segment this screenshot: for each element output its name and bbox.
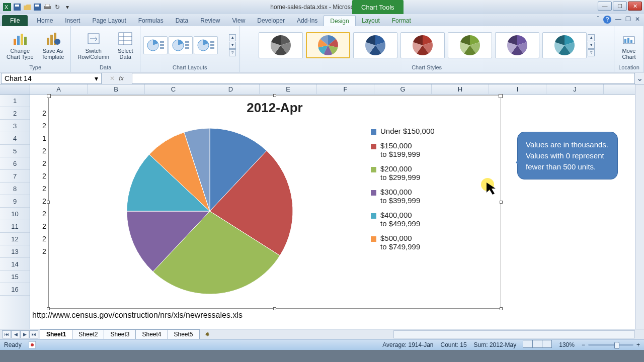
formula-expand-icon[interactable]: ⌄ xyxy=(635,73,644,83)
sheet-tab[interactable]: Sheet2 xyxy=(72,329,104,339)
col-header[interactable]: J xyxy=(546,84,604,94)
select-data-button[interactable]: Select Data xyxy=(114,29,137,61)
row-header[interactable]: 11 xyxy=(0,220,30,233)
refresh-icon[interactable]: ↻ xyxy=(53,3,61,11)
sheet-tab[interactable]: Sheet1 xyxy=(40,329,72,339)
legend-item[interactable]: $500,000to $749,999 xyxy=(371,234,496,251)
tab-developer[interactable]: Developer xyxy=(251,15,291,26)
chevron-down-icon[interactable]: ▾ xyxy=(95,74,98,82)
legend-item[interactable]: $200,000to $299,999 xyxy=(371,164,496,182)
workbook-minimize-icon[interactable]: — xyxy=(615,16,621,24)
chart-style-option[interactable] xyxy=(400,32,445,58)
row-header[interactable]: 15 xyxy=(0,270,30,283)
cell-fragment[interactable]: 2 xyxy=(42,159,46,167)
macro-record-icon[interactable] xyxy=(29,341,36,348)
save-icon-2[interactable] xyxy=(33,3,41,11)
row-header[interactable]: 1 xyxy=(0,95,30,107)
chart-style-option[interactable] xyxy=(306,32,350,58)
legend-item[interactable]: $300,000to $399,999 xyxy=(371,188,496,205)
zoom-in-icon[interactable]: + xyxy=(636,341,640,348)
pie-plot-area[interactable] xyxy=(49,118,371,305)
chart-style-option[interactable] xyxy=(259,32,303,58)
sheet-nav[interactable]: ⏮◀▶⏭ xyxy=(0,330,40,338)
save-icon[interactable] xyxy=(13,3,21,11)
move-chart-button[interactable]: Move Chart xyxy=(617,29,640,61)
legend-item[interactable]: $400,000to $499,999 xyxy=(371,211,496,228)
row-header[interactable]: 8 xyxy=(0,183,30,195)
col-header[interactable]: C xyxy=(145,84,202,94)
cell-fragment[interactable]: 2 xyxy=(42,210,46,218)
styles-scroll[interactable]: ▴▾▿ xyxy=(588,34,595,56)
col-header[interactable]: H xyxy=(432,84,489,94)
chart-layout-option[interactable] xyxy=(169,36,193,54)
chart-style-option[interactable] xyxy=(495,32,539,58)
tab-design[interactable]: Design xyxy=(324,15,355,26)
callout-shape[interactable]: Values are in thousands. Values with 0 r… xyxy=(517,132,618,179)
cell-fragment[interactable]: 2 xyxy=(42,109,46,117)
col-header[interactable]: F xyxy=(317,84,374,94)
tab-add-ins[interactable]: Add-Ins xyxy=(291,15,324,26)
row-header[interactable]: 14 xyxy=(0,258,30,270)
chart-style-option[interactable] xyxy=(448,32,492,58)
chart-layout-option[interactable] xyxy=(194,36,218,54)
tab-data[interactable]: Data xyxy=(170,15,194,26)
chart-layout-option[interactable] xyxy=(143,36,168,54)
layouts-scroll[interactable]: ▴▾▿ xyxy=(229,34,236,56)
cell-url[interactable]: http://www.census.gov/construction/nrs/x… xyxy=(32,311,243,320)
chart-legend[interactable]: Under $150,000$150,000to $199,999$200,00… xyxy=(371,118,501,305)
cell-fragment[interactable]: 2 xyxy=(42,222,46,230)
cell-fragment[interactable]: 2 xyxy=(42,172,46,180)
tab-formulas[interactable]: Formulas xyxy=(132,15,170,26)
zoom-slider[interactable] xyxy=(588,344,633,346)
minimize-button[interactable]: — xyxy=(598,2,612,11)
row-header[interactable]: 7 xyxy=(0,170,30,183)
chart-style-option[interactable] xyxy=(353,32,397,58)
select-all[interactable] xyxy=(0,84,30,94)
col-header[interactable]: B xyxy=(88,84,145,94)
cell-fragment[interactable]: 1 xyxy=(42,134,46,142)
fx-icon[interactable]: fx xyxy=(119,75,123,82)
view-buttons[interactable] xyxy=(523,340,552,349)
cancel-icon[interactable]: ✕ xyxy=(110,75,115,82)
qat-more-icon[interactable]: ▾ xyxy=(63,3,71,11)
workbook-close-icon[interactable]: ✕ xyxy=(635,16,640,24)
tab-format[interactable]: Format xyxy=(386,15,417,26)
switch-row-column-button[interactable]: Switch Row/Column xyxy=(74,29,113,61)
chart-title[interactable]: 2012-Apr xyxy=(49,96,501,118)
row-header[interactable]: 4 xyxy=(0,132,30,145)
formula-bar[interactable] xyxy=(132,73,635,84)
file-tab[interactable]: File xyxy=(2,15,28,26)
cell-fragment[interactable]: 2 xyxy=(42,235,46,243)
zoom-level[interactable]: 130% xyxy=(559,341,575,348)
maximize-button[interactable]: ☐ xyxy=(613,2,627,11)
tab-home[interactable]: Home xyxy=(31,15,59,26)
zoom-out-icon[interactable]: − xyxy=(582,341,585,348)
change-chart-type-button[interactable]: Change Chart Type xyxy=(3,29,37,61)
row-header[interactable]: 3 xyxy=(0,120,30,132)
sheet-tab[interactable]: Sheet3 xyxy=(104,329,136,339)
chart-object[interactable]: 2012-Apr Under $150,000$150,000to $199,9… xyxy=(48,96,501,309)
cell-fragment[interactable]: 2 xyxy=(42,247,46,255)
col-header[interactable]: I xyxy=(489,84,546,94)
col-header[interactable]: E xyxy=(260,84,317,94)
row-header[interactable]: 2 xyxy=(0,107,30,120)
tab-insert[interactable]: Insert xyxy=(59,15,86,26)
vertical-scrollbar[interactable] xyxy=(635,84,644,329)
tab-layout[interactable]: Layout xyxy=(356,15,386,26)
sheet-tab[interactable]: Sheet5 xyxy=(168,329,200,339)
quick-print-icon[interactable] xyxy=(43,3,51,11)
name-box[interactable]: Chart 14▾ xyxy=(1,73,102,84)
row-header[interactable]: 9 xyxy=(0,195,30,208)
legend-item[interactable]: $150,000to $199,999 xyxy=(371,141,496,158)
cell-fragment[interactable]: 2 xyxy=(42,122,46,130)
col-header[interactable]: G xyxy=(374,84,432,94)
chart-style-option[interactable] xyxy=(542,32,587,58)
tab-view[interactable]: View xyxy=(226,15,252,26)
new-sheet-icon[interactable]: ✸ xyxy=(200,330,215,339)
workbook-restore-icon[interactable]: ❐ xyxy=(625,16,631,24)
ribbon-minimize-icon[interactable]: ˇ xyxy=(597,16,599,24)
save-as-template-button[interactable]: Save As Template xyxy=(38,29,68,61)
row-header[interactable]: 5 xyxy=(0,145,30,157)
col-header[interactable]: D xyxy=(202,84,260,94)
row-header[interactable]: 13 xyxy=(0,245,30,258)
